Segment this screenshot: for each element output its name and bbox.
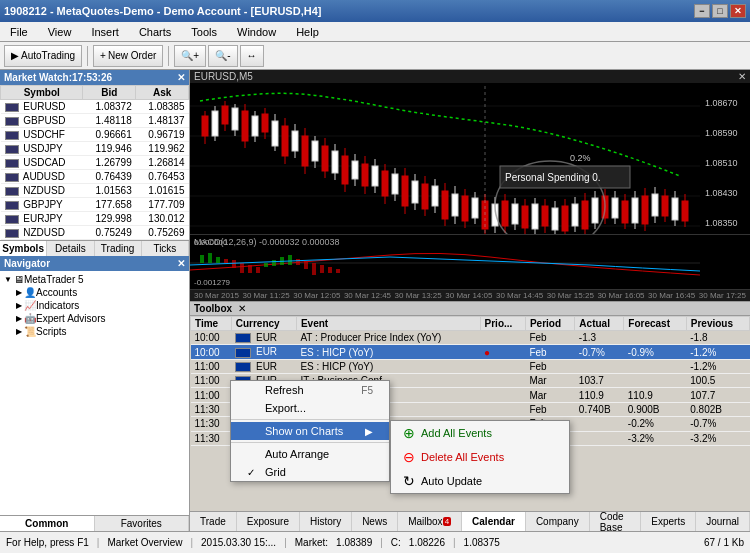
- bid-cell: 1.08372: [83, 100, 136, 114]
- menu-help[interactable]: Help: [290, 24, 325, 40]
- market-watch-row[interactable]: AUDUSD 0.76439 0.76453: [1, 170, 189, 184]
- market-watch-row[interactable]: GBPJPY 177.658 177.709: [1, 198, 189, 212]
- ctx-auto-arrange[interactable]: Auto Arrange: [231, 445, 389, 463]
- market-watch-row[interactable]: GBPUSD 1.48118 1.48137: [1, 114, 189, 128]
- toolbox-close[interactable]: ✕: [238, 303, 246, 314]
- cal-time: 11:00: [191, 388, 232, 402]
- ctx-export[interactable]: Export...: [231, 399, 389, 417]
- svg-rect-148: [652, 194, 658, 216]
- market-watch-row[interactable]: USDCHF 0.96661 0.96719: [1, 128, 189, 142]
- center-area: EURUSD,M5 ✕ 1.08670 1.08590 1.08510 1.08…: [190, 70, 750, 531]
- tab-company[interactable]: Company: [526, 512, 590, 531]
- tab-symbols[interactable]: Symbols: [0, 241, 47, 256]
- svg-rect-76: [412, 181, 418, 203]
- tab-trade[interactable]: Trade: [190, 512, 237, 531]
- svg-text:-0.001279: -0.001279: [194, 278, 231, 287]
- calendar-row[interactable]: 10:00 EUR AT : Producer Price Index (YoY…: [191, 331, 750, 345]
- cal-previous: -1.2%: [686, 345, 749, 359]
- tab-codebase[interactable]: Code Base: [590, 512, 642, 531]
- status-market: Market:: [295, 537, 328, 548]
- status-ask-label: C:: [391, 537, 401, 548]
- navigator-close[interactable]: ✕: [177, 258, 185, 269]
- market-watch-close[interactable]: ✕: [177, 72, 185, 83]
- ctx-refresh[interactable]: Refresh F5: [231, 381, 389, 399]
- chart-zoom-out[interactable]: 🔍-: [208, 45, 237, 67]
- cal-currency: EUR: [231, 331, 296, 345]
- flag-icon: [5, 229, 19, 238]
- chart-scroll[interactable]: ↔: [240, 45, 264, 67]
- market-watch-row[interactable]: USDCAD 1.26799 1.26814: [1, 156, 189, 170]
- maximize-button[interactable]: □: [712, 4, 728, 18]
- tab-ticks[interactable]: Ticks: [142, 241, 189, 256]
- autotrading-button[interactable]: ▶ AutoTrading: [4, 45, 82, 67]
- toolbox-bar: Toolbox ✕: [190, 302, 750, 316]
- nav-scripts[interactable]: ▶ 📜 Scripts: [2, 325, 187, 338]
- currency-flag: [235, 333, 251, 343]
- new-order-button[interactable]: + New Order: [93, 45, 163, 67]
- status-ask: 1.08226: [409, 537, 445, 548]
- bid-cell: 177.658: [83, 198, 136, 212]
- flag-icon: [5, 187, 19, 196]
- svg-rect-157: [682, 201, 688, 221]
- market-watch-row[interactable]: NZDUSD 0.75249 0.75269: [1, 226, 189, 240]
- tab-favorites[interactable]: Favorites: [95, 516, 190, 531]
- submenu-add-all[interactable]: ⊕ Add All Events: [391, 421, 569, 445]
- cal-actual: 0.740B: [575, 402, 624, 416]
- tab-details[interactable]: Details: [47, 241, 94, 256]
- nav-metatrader[interactable]: ▼ 🖥 MetaTrader 5: [2, 273, 187, 286]
- svg-rect-103: [502, 201, 508, 226]
- toolbar-separator-2: [168, 46, 169, 66]
- submenu-delete-all[interactable]: ⊖ Delete All Events: [391, 445, 569, 469]
- svg-rect-46: [312, 141, 318, 161]
- ctx-show-charts[interactable]: Show on Charts ▶: [231, 422, 389, 440]
- market-watch-row[interactable]: USDJPY 119.946 119.962: [1, 142, 189, 156]
- calendar-row[interactable]: 11:00 EUR ES : HICP (YoY) Feb -1.2%: [191, 359, 750, 373]
- market-watch-row[interactable]: NZDUSD 1.01563 1.01615: [1, 184, 189, 198]
- svg-rect-91: [462, 196, 468, 221]
- col-priority: Prio...: [480, 317, 525, 331]
- chart-area[interactable]: EURUSD,M5 ✕ 1.08670 1.08590 1.08510 1.08…: [190, 70, 750, 289]
- chart-zoom-in[interactable]: 🔍+: [174, 45, 206, 67]
- svg-rect-145: [642, 196, 648, 224]
- submenu-auto-update[interactable]: ↻ Auto Update: [391, 469, 569, 493]
- svg-rect-109: [522, 206, 528, 228]
- market-watch-row[interactable]: EURJPY 129.998 130.012: [1, 212, 189, 226]
- close-button[interactable]: ✕: [730, 4, 746, 18]
- nav-expert-advisors[interactable]: ▶ 🤖 Expert Advisors: [2, 312, 187, 325]
- svg-rect-22: [232, 108, 238, 130]
- ctx-grid[interactable]: ✓ Grid: [231, 463, 389, 481]
- symbol-cell: NZDUSD: [1, 184, 83, 198]
- bid-cell: 0.96661: [83, 128, 136, 142]
- tab-common[interactable]: Common: [0, 516, 95, 531]
- tab-exposure[interactable]: Exposure: [237, 512, 300, 531]
- menu-insert[interactable]: Insert: [85, 24, 125, 40]
- tab-mailbox[interactable]: Mailbox4: [398, 512, 462, 531]
- menu-window[interactable]: Window: [231, 24, 282, 40]
- status-bid: 1.08389: [336, 537, 372, 548]
- menu-charts[interactable]: Charts: [133, 24, 177, 40]
- calendar-row[interactable]: 10:00 EUR ES : HICP (YoY) ● Feb -0.7% -0…: [191, 345, 750, 359]
- tab-calendar[interactable]: Calendar: [462, 512, 526, 531]
- nav-accounts[interactable]: ▶ 👤 Accounts: [2, 286, 187, 299]
- menu-view[interactable]: View: [42, 24, 78, 40]
- svg-rect-52: [332, 151, 338, 173]
- svg-rect-181: [256, 267, 260, 273]
- tab-experts[interactable]: Experts: [641, 512, 696, 531]
- market-watch-row[interactable]: EURUSD 1.08372 1.08385: [1, 100, 189, 114]
- nav-indicators[interactable]: ▶ 📈 Indicators: [2, 299, 187, 312]
- cal-actual: [575, 417, 624, 431]
- cal-previous: 107.7: [686, 388, 749, 402]
- menu-tools[interactable]: Tools: [185, 24, 223, 40]
- svg-rect-58: [352, 161, 358, 179]
- tab-news[interactable]: News: [352, 512, 398, 531]
- cal-time: 11:30: [191, 417, 232, 431]
- cal-currency: EUR: [231, 345, 296, 359]
- svg-text:1.08590: 1.08590: [705, 128, 738, 138]
- menu-file[interactable]: File: [4, 24, 34, 40]
- minimize-button[interactable]: −: [694, 4, 710, 18]
- tab-history[interactable]: History: [300, 512, 352, 531]
- tab-journal[interactable]: Journal: [696, 512, 750, 531]
- tab-trading[interactable]: Trading: [95, 241, 142, 256]
- svg-rect-67: [382, 171, 388, 196]
- cal-event: ES : HICP (YoY): [296, 359, 480, 373]
